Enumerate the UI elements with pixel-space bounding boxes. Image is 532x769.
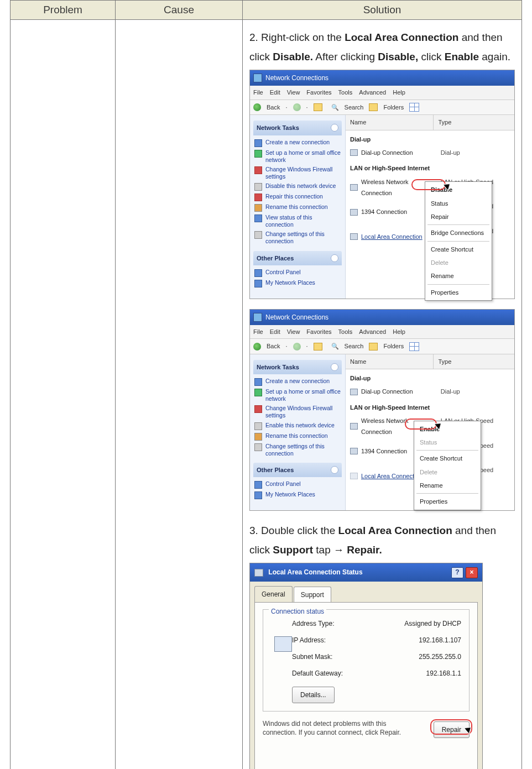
back-label: Back (267, 102, 280, 113)
ctx-shortcut[interactable]: Create Shortcut (414, 452, 481, 465)
collapse-icon[interactable] (331, 124, 338, 132)
tab-general[interactable]: General (254, 586, 293, 602)
menu-item[interactable]: View (287, 87, 300, 98)
task-link[interactable]: Create a new connection (265, 139, 330, 146)
task-link[interactable]: Set up a home or small office network (265, 149, 341, 164)
context-menu-disable: Disable Status Repair Bridge Connections… (425, 181, 492, 301)
ctx-properties[interactable]: Properties (414, 495, 481, 508)
task-link[interactable]: Repair this connection (265, 193, 323, 200)
back-icon[interactable] (253, 343, 261, 351)
task-link[interactable]: Rename this connection (265, 432, 328, 440)
col-type[interactable]: Type (434, 354, 514, 369)
ctx-rename[interactable]: Rename (414, 479, 481, 492)
connection-icon (350, 389, 358, 395)
col-type[interactable]: Type (434, 115, 514, 129)
value-ip: 192.168.1.107 (419, 634, 461, 646)
group-lan: LAN or High-Speed Internet (346, 399, 514, 414)
connection-icon (350, 149, 358, 156)
side-panel: Network Tasks Create a new connection Se… (250, 354, 346, 510)
ctx-disable[interactable]: Disable (425, 183, 492, 196)
back-icon[interactable] (253, 103, 261, 111)
menu-item[interactable]: Tools (338, 326, 353, 337)
task-icon (254, 405, 262, 413)
connection-name[interactable]: Dial-up Connection (361, 386, 437, 397)
view-icon[interactable] (409, 342, 419, 351)
task-icon (254, 166, 262, 174)
place-link[interactable]: Control Panel (265, 480, 301, 488)
connection-icon (350, 423, 358, 430)
troubleshooting-table: Problem Cause Solution 2. Right-click on… (10, 0, 522, 769)
other-heading: Other Places (257, 464, 294, 475)
collapse-icon[interactable] (331, 466, 338, 474)
up-folder-icon[interactable] (314, 343, 322, 351)
ctx-bridge[interactable]: Bridge Connections (425, 226, 492, 239)
collapse-icon[interactable] (331, 254, 338, 262)
forward-icon[interactable] (293, 103, 301, 111)
other-heading: Other Places (257, 253, 294, 264)
menu-item[interactable]: Advanced (359, 326, 386, 337)
menu-item[interactable]: View (287, 326, 300, 337)
ctx-repair[interactable]: Repair (425, 210, 492, 223)
connection-icon (350, 209, 358, 216)
search-label[interactable]: Search (345, 341, 364, 352)
folders-icon[interactable] (369, 343, 378, 351)
screenshot-enable: Network Connections File Edit View Favor… (249, 309, 515, 511)
up-folder-icon[interactable] (314, 103, 322, 111)
folders-label: Folders (383, 341, 404, 352)
view-icon[interactable] (409, 103, 419, 112)
menu-item[interactable]: Edit (270, 326, 280, 337)
connection-status-group: Connection status Address Type:Assigned … (263, 609, 470, 712)
menu-item[interactable]: Advanced (359, 87, 386, 98)
task-icon (254, 433, 262, 441)
repair-button[interactable]: Repair (434, 721, 470, 738)
ctx-status: Status (414, 436, 481, 449)
col-name[interactable]: Name (346, 354, 434, 369)
ctx-rename[interactable]: Rename (425, 269, 492, 283)
ctx-shortcut[interactable]: Create Shortcut (425, 243, 492, 256)
task-icon (254, 183, 262, 191)
ctx-enable[interactable]: Enable (414, 422, 481, 436)
task-icon (254, 378, 262, 386)
close-button[interactable]: × (466, 567, 478, 578)
menu-item[interactable]: Help (393, 87, 405, 98)
task-link[interactable]: Change settings of this connection (265, 443, 341, 457)
ctx-properties[interactable]: Properties (425, 286, 492, 299)
forward-icon[interactable] (293, 343, 301, 351)
group-legend: Connection status (269, 605, 326, 618)
place-icon (254, 280, 262, 287)
place-link[interactable]: My Network Places (265, 279, 315, 286)
menubar: File Edit View Favorites Tools Advanced … (250, 86, 514, 100)
task-link[interactable]: Change Windows Firewall settings (265, 166, 341, 180)
details-button[interactable]: Details... (292, 687, 335, 703)
task-icon (254, 215, 262, 222)
connection-name[interactable]: Dial-up Connection (361, 147, 437, 158)
task-link[interactable]: Disable this network device (265, 182, 336, 190)
task-link[interactable]: Enable this network device (265, 422, 335, 429)
task-link[interactable]: Rename this connection (265, 203, 328, 211)
task-link[interactable]: Set up a home or small office network (265, 388, 341, 402)
tab-support[interactable]: Support (294, 587, 331, 603)
search-label[interactable]: Search (345, 102, 364, 113)
folders-icon[interactable] (369, 103, 378, 111)
task-icon (254, 204, 262, 212)
task-link[interactable]: Create a new connection (265, 378, 330, 385)
menu-item[interactable]: File (253, 326, 263, 337)
menu-item[interactable]: Tools (338, 87, 353, 98)
menu-item[interactable]: Favorites (306, 326, 331, 337)
menu-item[interactable]: Edit (270, 87, 280, 98)
ctx-delete: Delete (414, 465, 481, 479)
task-link[interactable]: Change settings of this connection (265, 231, 341, 245)
menu-item[interactable]: File (253, 87, 263, 98)
place-link[interactable]: Control Panel (265, 269, 301, 276)
task-link[interactable]: View status of this connection (265, 214, 341, 228)
help-button[interactable]: ? (451, 567, 463, 578)
menu-item[interactable]: Help (393, 326, 405, 337)
place-link[interactable]: My Network Places (265, 491, 315, 498)
value-subnet: 255.255.255.0 (419, 651, 461, 663)
task-icon (254, 150, 262, 158)
collapse-icon[interactable] (331, 363, 338, 371)
menu-item[interactable]: Favorites (306, 87, 331, 98)
col-name[interactable]: Name (346, 115, 434, 129)
task-link[interactable]: Change Windows Firewall settings (265, 405, 341, 419)
ctx-status[interactable]: Status (425, 197, 492, 210)
